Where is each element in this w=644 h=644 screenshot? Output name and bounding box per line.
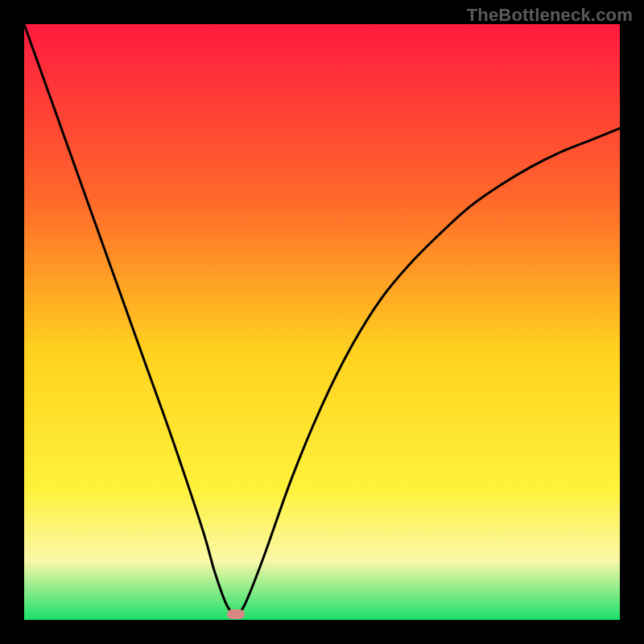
- chart-frame: TheBottleneck.com: [0, 0, 644, 644]
- plot-area: [24, 24, 620, 620]
- optimal-marker: [227, 609, 245, 619]
- watermark-text: TheBottleneck.com: [467, 5, 633, 26]
- bottleneck-curve: [24, 24, 620, 620]
